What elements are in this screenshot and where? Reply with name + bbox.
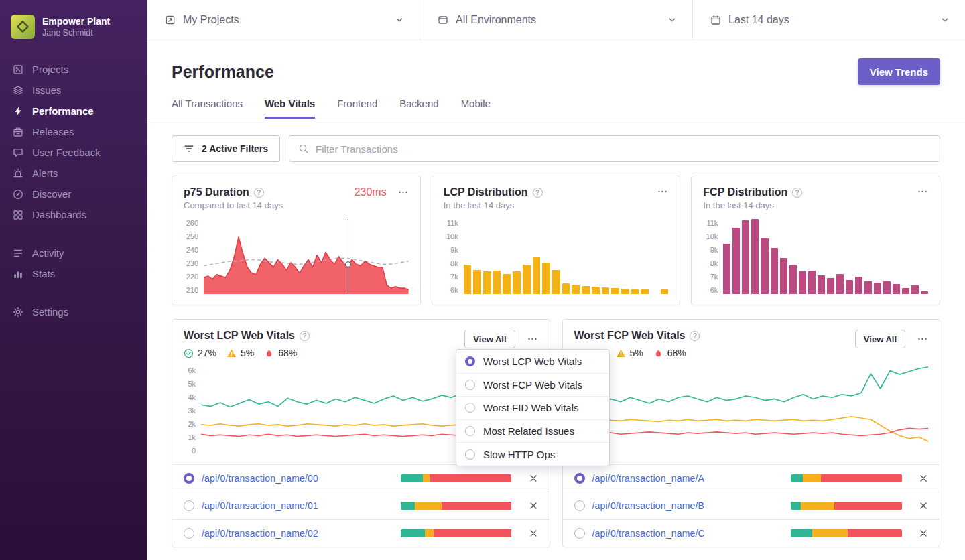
tab-mobile[interactable]: Mobile xyxy=(461,98,491,119)
help-icon[interactable]: ? xyxy=(300,331,310,341)
y-tick-label: 230 xyxy=(186,259,198,267)
tab-backend[interactable]: Backend xyxy=(399,98,438,119)
sidebar-item-settings[interactable]: Settings xyxy=(0,301,147,322)
close-icon[interactable] xyxy=(529,529,538,538)
histogram-bar xyxy=(836,274,844,294)
card-title: Worst LCP Web Vitals xyxy=(184,330,295,342)
org-logo xyxy=(11,15,35,39)
active-filters-button[interactable]: 2 Active Filters xyxy=(172,135,280,162)
transaction-radio[interactable] xyxy=(574,500,585,511)
sidebar-item-label: Releases xyxy=(32,126,74,137)
tab-all-transactions[interactable]: All Transactions xyxy=(172,98,243,119)
p75-duration-card: p75 Duration ? 230ms Compared to last 14… xyxy=(172,176,421,305)
sidebar-item-projects[interactable]: Projects xyxy=(0,59,147,80)
topbar: My Projects All Environments Last 14 day… xyxy=(147,0,965,40)
menu-item-worst-fcp-web-vitals[interactable]: Worst FCP Web Vitals xyxy=(456,373,609,397)
card-subtitle: In the last 14 days xyxy=(444,200,669,210)
sidebar-item-user-feedback[interactable]: User Feedback xyxy=(0,142,147,163)
help-icon[interactable]: ? xyxy=(690,331,700,341)
menu-item-label: Worst FID Web Vitals xyxy=(483,402,579,413)
menu-item-radio[interactable] xyxy=(465,356,475,366)
sidebar-item-releases[interactable]: Releases xyxy=(0,121,147,142)
card-menu-icon[interactable] xyxy=(657,186,668,197)
histogram-bar xyxy=(493,271,501,294)
close-icon[interactable] xyxy=(919,501,928,510)
view-all-button[interactable]: View All xyxy=(855,330,905,348)
transaction-link[interactable]: /api/0/transaction_name/A xyxy=(592,473,784,484)
menu-item-radio[interactable] xyxy=(465,403,475,413)
y-axis: 11k10k9k8k7k6k xyxy=(703,219,723,294)
close-icon[interactable] xyxy=(529,474,538,483)
menu-item-radio[interactable] xyxy=(465,380,475,390)
menu-item-worst-lcp-web-vitals[interactable]: Worst LCP Web Vitals xyxy=(456,350,609,373)
transaction-radio[interactable] xyxy=(184,473,194,484)
transaction-radio[interactable] xyxy=(574,473,585,484)
sidebar-item-stats[interactable]: Stats xyxy=(0,263,147,284)
transaction-radio[interactable] xyxy=(184,528,194,539)
y-tick-label: 220 xyxy=(186,273,198,281)
y-tick-label: 7k xyxy=(710,273,718,281)
sidebar-item-dashboards[interactable]: Dashboards xyxy=(0,204,147,225)
y-axis: 11k10k9k8k7k6k xyxy=(444,219,464,294)
sidebar-item-label: User Feedback xyxy=(32,147,101,158)
histogram-bar xyxy=(799,271,806,294)
menu-item-label: Worst LCP Web Vitals xyxy=(483,356,582,367)
histogram-bar xyxy=(742,220,749,294)
transaction-link[interactable]: /api/0/transaction_name/00 xyxy=(202,473,393,484)
sidebar-item-performance[interactable]: Performance xyxy=(0,100,147,121)
close-icon[interactable] xyxy=(529,501,538,510)
bar-segment xyxy=(803,474,821,482)
help-icon[interactable]: ? xyxy=(254,188,264,198)
close-icon[interactable] xyxy=(919,474,928,483)
histogram-bar xyxy=(602,287,610,294)
sidebar-item-activity[interactable]: Activity xyxy=(0,242,147,263)
user-name: Jane Schmidt xyxy=(42,27,110,38)
menu-item-most-related-issues[interactable]: Most Related Issues xyxy=(456,419,609,443)
sidebar-item-label: Issues xyxy=(32,84,61,96)
bar-segment xyxy=(821,474,902,482)
y-tick-label: 8k xyxy=(450,259,458,267)
performance-icon xyxy=(13,106,23,117)
tab-web-vitals[interactable]: Web Vitals xyxy=(265,98,315,119)
search-input[interactable] xyxy=(316,143,931,155)
bar-segment xyxy=(423,474,430,482)
view-trends-button[interactable]: View Trends xyxy=(858,58,940,85)
transaction-radio[interactable] xyxy=(574,528,585,539)
bar-segment xyxy=(834,502,902,510)
help-icon[interactable]: ? xyxy=(792,188,802,198)
vitals-distribution-bar xyxy=(401,474,512,482)
org-switcher[interactable]: Empower Plant Jane Schmidt xyxy=(0,9,147,44)
transaction-radio[interactable] xyxy=(184,500,194,511)
card-menu-icon[interactable] xyxy=(917,186,928,197)
transaction-link[interactable]: /api/0/transaction_name/C xyxy=(592,528,784,539)
transaction-link[interactable]: /api/0/transaction_name/02 xyxy=(202,528,393,539)
transaction-row: /api/0/transaction_name/00 xyxy=(172,464,550,492)
card-menu-icon[interactable] xyxy=(397,187,409,198)
menu-item-slow-http-ops[interactable]: Slow HTTP Ops xyxy=(456,442,609,466)
flame-icon xyxy=(653,348,663,358)
help-icon[interactable]: ? xyxy=(533,188,543,198)
close-icon[interactable] xyxy=(919,529,928,538)
histogram-bar xyxy=(902,288,909,294)
environment-filter-dropdown[interactable]: All Environments xyxy=(420,0,693,40)
sidebar-item-alerts[interactable]: Alerts xyxy=(0,163,147,184)
transaction-row: /api/0/transaction_name/C xyxy=(563,519,940,547)
card-menu-icon[interactable] xyxy=(917,334,928,344)
histogram-bar xyxy=(911,285,919,294)
menu-item-radio[interactable] xyxy=(465,426,475,436)
project-filter-dropdown[interactable]: My Projects xyxy=(147,0,420,40)
date-filter-dropdown[interactable]: Last 14 days xyxy=(693,0,965,40)
menu-item-radio[interactable] xyxy=(465,449,475,460)
menu-item-worst-fid-web-vitals[interactable]: Worst FID Web Vitals xyxy=(456,396,609,419)
card-menu-icon[interactable] xyxy=(527,334,538,344)
vitals-badge: 5% xyxy=(227,348,254,358)
histogram-bar xyxy=(780,258,787,294)
view-all-button[interactable]: View All xyxy=(464,330,515,348)
transaction-link[interactable]: /api/0/transaction_name/B xyxy=(592,500,784,511)
sidebar-item-label: Projects xyxy=(32,64,68,75)
transaction-link[interactable]: /api/0/transaction_name/01 xyxy=(202,500,393,511)
sidebar-item-discover[interactable]: Discover xyxy=(0,184,147,204)
tab-frontend[interactable]: Frontend xyxy=(337,98,377,119)
sidebar-item-issues[interactable]: Issues xyxy=(0,80,147,100)
project-filter-label: My Projects xyxy=(183,14,239,26)
